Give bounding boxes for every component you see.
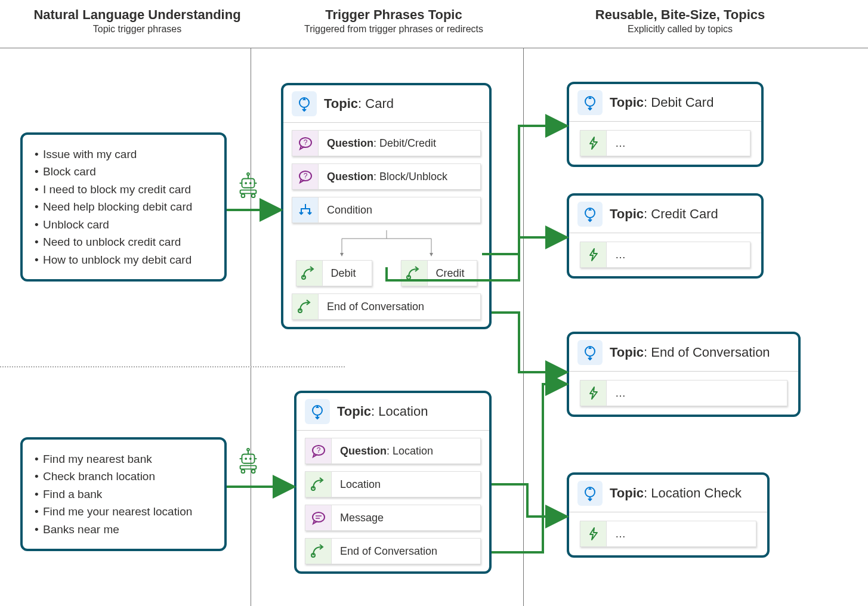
- col2-title: Trigger Phrases Topic: [268, 7, 519, 23]
- branch-label: Debit: [323, 267, 372, 280]
- redirect-node-eoc: End of Conversation: [292, 293, 481, 320]
- svg-text:?: ?: [316, 446, 320, 455]
- phrase-item: Find a bank: [35, 486, 212, 503]
- lightning-icon: [580, 381, 607, 406]
- message-label: Message: [332, 512, 480, 524]
- column-header-1: Natural Language Understanding Topic tri…: [24, 7, 251, 35]
- trigger-icon: [577, 340, 603, 365]
- condition-label: Condition: [319, 204, 480, 217]
- phrase-item: Unblock card: [35, 216, 212, 233]
- redirect-node-debit: Debit: [296, 260, 372, 286]
- bot-icon: [234, 171, 262, 198]
- question-icon: ?: [292, 131, 319, 156]
- phrase-item: Banks near me: [35, 521, 212, 538]
- col3-title: Reusable, Bite-Size, Topics: [549, 7, 811, 23]
- redirect-node-location: Location: [305, 471, 481, 497]
- phrase-item: Need to unblock credit card: [35, 233, 212, 251]
- redirect-node-eoc: End of Conversation: [305, 538, 481, 564]
- topic-card-header: Topic: Card: [283, 85, 489, 122]
- lightning-icon: [580, 242, 607, 267]
- question-node: ? Question: Block/Unblock: [292, 163, 481, 190]
- bot-icon: [234, 446, 262, 474]
- action-node: …: [580, 521, 756, 547]
- phrase-item: Find me your nearest location: [35, 503, 212, 520]
- action-node: …: [580, 380, 787, 406]
- condition-node: Condition: [292, 197, 481, 223]
- phrase-item: Check branch location: [35, 468, 212, 485]
- topic-card-body: ? Question: Debit/Credit ? Question: Blo…: [283, 122, 489, 327]
- question-icon: ?: [292, 164, 319, 189]
- trigger-phrases-location: Find my nearest bank Check branch locati…: [20, 437, 227, 551]
- topic-header: Topic: Debit Card: [569, 84, 761, 121]
- redirect-icon: [401, 261, 428, 286]
- eoc-label: End of Conversation: [332, 545, 480, 558]
- redirect-node-credit: Credit: [401, 260, 477, 286]
- svg-point-9: [252, 194, 255, 197]
- condition-icon: [292, 197, 319, 222]
- svg-rect-0: [242, 178, 254, 187]
- question-node: ? Question: Debit/Credit: [292, 130, 481, 156]
- branch-connector: [303, 230, 470, 260]
- condition-branches: Debit Credit: [292, 230, 481, 286]
- trigger-icon: [305, 399, 330, 424]
- topic-location-check: Topic: Location Check …: [567, 472, 770, 558]
- phrase-item: How to unblock my debit card: [35, 251, 212, 268]
- question-icon: ?: [305, 438, 332, 463]
- action-node: …: [580, 130, 750, 156]
- col1-title: Natural Language Understanding: [24, 7, 251, 23]
- topic-location-body: ? Question: Location Location Message En…: [296, 430, 489, 571]
- svg-point-1: [245, 182, 247, 184]
- vertical-divider-2: [523, 48, 524, 606]
- topic-location-header: Topic: Location: [296, 393, 489, 430]
- trigger-icon: [577, 202, 603, 227]
- trigger-phrases-list-1: Issue with my card Block card I need to …: [35, 146, 212, 268]
- svg-point-4: [247, 173, 249, 175]
- topic-location: Topic: Location ? Question: Location Loc…: [294, 391, 492, 574]
- svg-point-19: [252, 469, 255, 473]
- col1-subtitle: Topic trigger phrases: [24, 24, 251, 35]
- robot-icon: [234, 446, 262, 474]
- phrase-item: Block card: [35, 163, 212, 180]
- svg-point-18: [242, 469, 245, 473]
- branch-label: Credit: [428, 267, 477, 280]
- col3-subtitle: Explicitly called by topics: [549, 24, 811, 35]
- trigger-icon: [577, 481, 603, 506]
- question-node: ? Question: Location: [305, 438, 481, 464]
- svg-rect-7: [240, 190, 257, 194]
- trigger-phrases-list-2: Find my nearest bank Check branch locati…: [35, 450, 212, 538]
- topic-header: Topic: End of Conversation: [569, 334, 798, 371]
- topic-debit-card: Topic: Debit Card …: [567, 82, 764, 167]
- topic-card: Topic: Card ? Question: Debit/Credit ? Q…: [281, 83, 492, 329]
- message-icon: [305, 505, 332, 530]
- lightning-icon: [580, 521, 607, 546]
- redirect-icon: [296, 261, 323, 286]
- redirect-icon: [292, 294, 319, 319]
- action-node: …: [580, 242, 750, 268]
- phrase-item: Issue with my card: [35, 146, 212, 163]
- topic-credit-card: Topic: Credit Card …: [567, 193, 764, 279]
- redirect-icon: [305, 539, 332, 564]
- svg-text:?: ?: [303, 138, 307, 147]
- topic-header: Topic: Credit Card: [569, 196, 761, 233]
- horizontal-divider: [0, 48, 868, 48]
- trigger-icon: [577, 90, 603, 115]
- phrase-item: Find my nearest bank: [35, 450, 212, 468]
- trigger-phrases-card: Issue with my card Block card I need to …: [20, 132, 227, 282]
- svg-point-11: [245, 457, 247, 460]
- phrase-item: I need to block my credit card: [35, 181, 212, 198]
- svg-point-2: [249, 182, 252, 184]
- vertical-divider-1: [251, 48, 251, 606]
- column-header-3: Reusable, Bite-Size, Topics Explicitly c…: [549, 7, 811, 35]
- topic-header: Topic: Location Check: [569, 475, 767, 512]
- robot-icon: [234, 171, 262, 198]
- message-node: Message: [305, 505, 481, 531]
- redirect-icon: [305, 472, 332, 497]
- column-header-2: Trigger Phrases Topic Triggered from tri…: [268, 7, 519, 35]
- svg-point-8: [242, 194, 245, 197]
- svg-point-12: [249, 457, 252, 460]
- col2-subtitle: Triggered from trigger phrases or redire…: [268, 24, 519, 35]
- topic-card-title: Topic: Card: [324, 96, 394, 112]
- phrase-item: Need help blocking debit card: [35, 198, 212, 215]
- topic-eoc: Topic: End of Conversation …: [567, 332, 801, 417]
- lightning-icon: [580, 131, 607, 156]
